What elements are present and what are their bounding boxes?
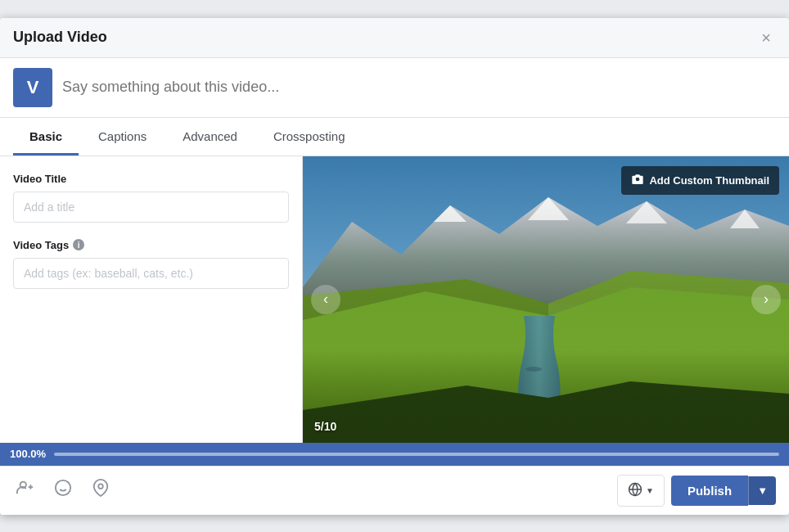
video-tags-input[interactable] [13,258,289,289]
footer-right: ▼ Publish ▼ [617,475,776,507]
video-preview-panel: Add Custom Thumbnail ‹ › 5/10 [303,156,789,443]
svg-point-19 [98,484,103,489]
footer-left [13,476,113,505]
chevron-left-icon: ‹ [323,291,328,308]
next-slide-button[interactable]: › [751,285,781,314]
tab-advanced[interactable]: Advanced [166,118,254,156]
video-tags-label: Video Tags i [13,239,289,251]
status-bar: V [0,58,789,118]
add-thumbnail-label: Add Custom Thumbnail [649,174,769,187]
tab-crossposting[interactable]: Crossposting [257,118,362,156]
emoji-button[interactable] [51,476,75,505]
slide-counter: 5/10 [314,420,336,433]
content-area: Video Title Video Tags i [0,156,789,443]
svg-rect-12 [303,156,789,443]
progress-bar-container: 100.0% [0,443,789,466]
tags-info-icon[interactable]: i [73,239,84,250]
publish-dropdown-button[interactable]: ▼ [748,476,776,505]
audience-button[interactable]: ▼ [617,475,665,507]
status-input[interactable] [62,79,776,96]
video-title-input[interactable] [13,192,289,223]
modal-header: Upload Video × [0,18,789,58]
chevron-right-icon: › [764,291,769,308]
close-button[interactable]: × [756,28,776,47]
tag-people-button[interactable] [13,476,38,505]
landscape-svg [303,156,789,443]
svg-point-16 [56,480,70,495]
progress-fill [54,453,779,456]
video-tags-group: Video Tags i [13,239,289,289]
video-title-group: Video Title [13,173,289,223]
audience-dropdown-icon: ▼ [646,486,654,495]
avatar: V [13,68,52,107]
upload-video-modal: Upload Video × V Basic Captions Advanced… [0,18,789,515]
tag-people-icon [16,479,34,502]
tab-captions[interactable]: Captions [82,118,163,156]
camera-icon [631,173,644,188]
video-thumbnail: Add Custom Thumbnail ‹ › 5/10 [303,156,789,443]
location-button[interactable] [88,476,113,505]
location-icon [92,479,110,502]
publish-group: Publish ▼ [671,476,776,506]
prev-slide-button[interactable]: ‹ [311,285,340,314]
tab-basic[interactable]: Basic [13,118,79,156]
tabs-bar: Basic Captions Advanced Crossposting [0,118,789,156]
publish-dropdown-icon: ▼ [757,485,768,497]
globe-icon [628,482,642,499]
emoji-icon [54,479,72,502]
publish-button[interactable]: Publish [671,476,748,506]
modal-title: Upload Video [13,29,107,46]
footer: ▼ Publish ▼ [0,466,789,515]
video-title-label: Video Title [13,173,289,185]
add-thumbnail-button[interactable]: Add Custom Thumbnail [621,166,779,195]
left-panel: Video Title Video Tags i [0,156,303,443]
progress-text: 100.0% [10,448,46,460]
